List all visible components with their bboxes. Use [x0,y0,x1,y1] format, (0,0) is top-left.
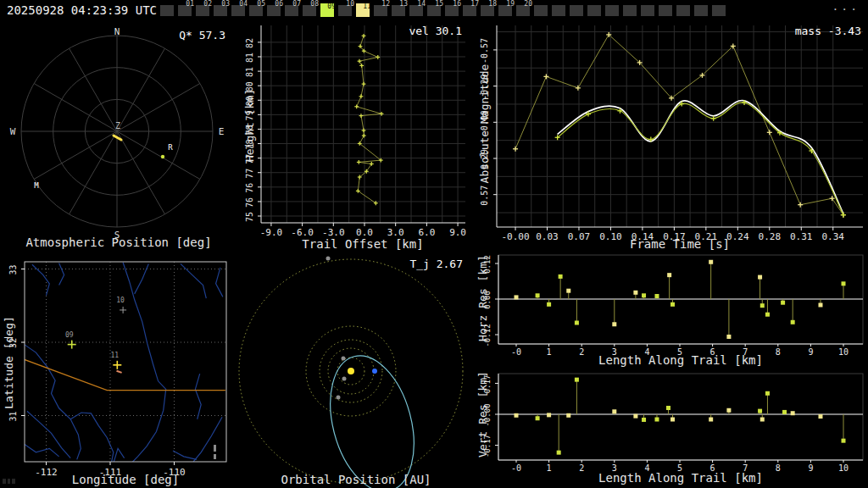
overflow-menu[interactable]: ... [832,0,860,13]
frame-cell-number: 03 [221,1,230,8]
frame-cell-08[interactable]: 08 [303,0,320,20]
map-ylabel: Latitude [deg] [3,316,15,409]
magnitude-plot: -0.000.030.070.100.140.170.210.240.280.3… [475,20,868,251]
frame-cell-blank-22[interactable] [552,0,570,20]
frame-cell-blank-30[interactable] [694,0,712,20]
frame-cell-14[interactable]: 14 [409,0,427,20]
frame-cell-box[interactable] [160,5,174,16]
velocity-stat: vel 30.1 [409,25,462,37]
frame-cell-box[interactable] [587,5,601,16]
frame-cell-11[interactable]: 11 [356,0,374,20]
frame-cell-number: 07 [292,1,301,8]
svg-text:76: 76 [245,197,254,208]
frame-cell-10[interactable]: 10 [338,0,356,20]
vert-ylabel: Vert Res [km] [476,371,489,458]
frame-cell-09[interactable]: 09 [320,0,338,20]
frame-cell-box[interactable] [694,5,708,16]
frame-cell-17[interactable]: 17 [463,0,481,20]
panel-horizontal-residuals: -0123456789100.120.00-0.12 Horz Res [km]… [475,251,868,369]
frame-cell-box[interactable] [659,5,672,16]
frame-cell-number: 17 [470,1,479,8]
svg-text:81: 81 [245,53,254,63]
frame-cell-16[interactable]: 16 [445,0,463,20]
frame-cell-box[interactable] [570,5,583,16]
frame-cell-20[interactable]: 20 [516,0,534,20]
frame-cell-02[interactable]: 02 [196,0,214,20]
ground-map-plot: 091011-112-111-110313233 [0,251,237,488]
horz-xlabel: Length Along Trail [km] [475,353,868,367]
frame-cell-12[interactable]: 12 [374,0,392,20]
horizontal-residuals-plot: -0123456789100.120.00-0.12 [475,251,868,369]
frame-cell-05[interactable]: 05 [249,0,267,20]
svg-text:N: N [114,26,120,37]
frame-cell-01[interactable]: 01 [178,0,196,20]
frame-strip: 0102030405060708091011121314151617181920 [160,0,730,20]
panel-orbit: T_j 2.67 Orbital Position [AU] [237,251,475,488]
svg-text:77: 77 [245,169,254,179]
frame-cell-blank-26[interactable] [623,0,641,20]
frame-cell-blank-21[interactable] [534,0,552,20]
svg-text:81: 81 [245,67,254,77]
frame-cell-number: 04 [239,1,248,8]
frame-cell-box[interactable] [552,5,565,16]
frame-cell-blank-28[interactable] [659,0,676,20]
orbit-title: Orbital Position [AU] [237,473,475,486]
frame-cell-04[interactable]: 04 [231,0,249,20]
frame-cell-18[interactable]: 18 [481,0,498,20]
frame-cell-box[interactable] [676,5,690,16]
panel-light-curve: -0.000.030.070.100.140.170.210.240.280.3… [475,20,868,251]
svg-text:M: M [34,181,39,190]
frame-cell-06[interactable]: 06 [267,0,285,20]
frame-cell-number: 11 [363,3,371,10]
svg-text:11: 11 [110,352,119,359]
panel-trail-offset: -9.0-6.0-3.00.03.06.09.07576767777787879… [237,20,475,251]
frame-cell-15[interactable]: 15 [427,0,445,20]
frame-cell-13[interactable]: 13 [392,0,409,20]
frame-cell-number: 15 [435,1,443,8]
frame-cell-number: 18 [488,1,497,8]
timestamp-clock: 20250928 04:23:39 UTC [7,3,157,17]
svg-text:31: 31 [8,411,18,421]
frame-cell-07[interactable]: 07 [285,0,303,20]
svg-text:-0.57: -0.57 [480,38,489,64]
svg-text:10: 10 [116,297,125,304]
frame-cell-blank-29[interactable] [676,0,694,20]
frame-cell-blank-27[interactable] [641,0,659,20]
frame-cell-number: 01 [186,1,194,8]
frame-cell-number: 06 [275,1,283,8]
trail-offset-plot: -9.0-6.0-3.00.03.06.09.07576767777787879… [237,20,475,251]
frame-cell-number: 16 [453,1,461,8]
frame-cell-box[interactable] [712,5,726,16]
frame-cell-03[interactable]: 03 [214,0,231,20]
svg-text:W: W [10,126,16,137]
atmospheric-polar-plot: NESWZRM [0,20,237,251]
app-window: 20250928 04:23:39 UTC 010203040506070809… [0,0,868,488]
panel-vertical-residuals: -0123456789100.17-0.00-0.17 Vert Res [km… [475,369,868,488]
magnitude-ylabel: Absolute Magnitude [478,64,491,184]
frame-cell-number: 13 [399,1,408,8]
svg-text:R: R [168,143,173,152]
frame-cell-box[interactable] [641,5,654,16]
frame-cell-box[interactable] [623,5,637,16]
q-star-stat: Q* 57.3 [179,29,225,42]
status-bar: 20250928 04:23:39 UTC 010203040506070809… [0,0,868,20]
magnitude-xlabel: Frame Time [s] [475,237,868,251]
frame-cell-blank-25[interactable] [605,0,623,20]
frame-cell-number: 20 [524,1,532,8]
frame-cell-blank-23[interactable] [570,0,587,20]
panel-ground-map: 091011-112-111-110313233 Latitude [deg] … [0,251,237,488]
frame-cell-blank-0[interactable] [160,0,178,20]
frame-cell-blank-31[interactable] [712,0,730,20]
vertical-residuals-plot: -0123456789100.17-0.00-0.17 [475,369,868,488]
frame-cell-number: 05 [257,1,265,8]
atmospheric-title: Atmospheric Position [deg] [0,236,237,249]
horz-ylabel: Horz Res [km] [476,255,489,341]
svg-text:75: 75 [245,212,254,222]
frame-cell-19[interactable]: 19 [498,0,516,20]
frame-cell-box[interactable] [534,5,548,16]
frame-cell-blank-24[interactable] [587,0,605,20]
svg-text:Z: Z [115,121,120,130]
tisserand-stat: T_j 2.67 [409,258,463,270]
frame-cell-number: 14 [417,1,426,8]
frame-cell-box[interactable] [605,5,619,16]
